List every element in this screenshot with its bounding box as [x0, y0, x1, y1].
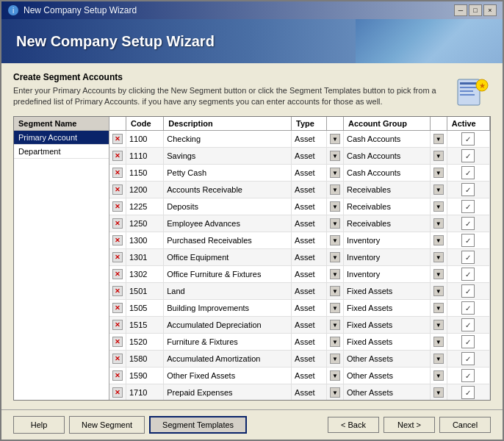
ag-dropdown[interactable]: ▼: [433, 370, 444, 381]
delete-button[interactable]: ✕: [112, 387, 123, 398]
delete-cell[interactable]: ✕: [109, 232, 126, 249]
delete-button[interactable]: ✕: [112, 286, 123, 296]
type-dropdown[interactable]: ▼: [330, 354, 340, 364]
ag-dropdown[interactable]: ▼: [433, 354, 444, 364]
active-checkbox[interactable]: [461, 234, 475, 247]
active-checkbox[interactable]: [461, 369, 475, 382]
active-cell[interactable]: [447, 266, 489, 283]
delete-cell[interactable]: ✕: [109, 317, 126, 334]
cancel-button[interactable]: Cancel: [439, 417, 491, 433]
active-cell[interactable]: [447, 249, 489, 266]
ag-dropdown[interactable]: ▼: [433, 235, 444, 245]
table-container[interactable]: Code Description Type Account Group Acti…: [109, 117, 490, 400]
type-dropdown[interactable]: ▼: [330, 286, 340, 296]
active-cell[interactable]: [447, 131, 489, 148]
type-dropdown-cell[interactable]: ▼: [326, 148, 343, 165]
delete-button[interactable]: ✕: [112, 303, 123, 313]
active-checkbox[interactable]: [461, 200, 475, 213]
type-dropdown[interactable]: ▼: [330, 235, 340, 245]
ag-dropdown[interactable]: ▼: [433, 252, 444, 262]
active-checkbox[interactable]: [461, 166, 475, 179]
delete-cell[interactable]: ✕: [109, 198, 126, 215]
back-button[interactable]: < Back: [328, 417, 379, 433]
active-cell[interactable]: [447, 368, 489, 384]
type-dropdown-cell[interactable]: ▼: [326, 384, 343, 401]
type-dropdown[interactable]: ▼: [330, 252, 340, 262]
delete-button[interactable]: ✕: [112, 218, 123, 229]
delete-cell[interactable]: ✕: [109, 283, 126, 300]
minimize-button[interactable]: ─: [454, 4, 467, 16]
ag-dropdown-cell[interactable]: ▼: [430, 317, 447, 334]
active-cell[interactable]: [447, 148, 489, 165]
delete-cell[interactable]: ✕: [109, 131, 126, 148]
active-cell[interactable]: [447, 351, 489, 368]
type-dropdown-cell[interactable]: ▼: [326, 232, 343, 249]
delete-button[interactable]: ✕: [112, 269, 123, 279]
ag-dropdown-cell[interactable]: ▼: [430, 148, 447, 165]
type-dropdown[interactable]: ▼: [330, 168, 340, 178]
active-checkbox[interactable]: [461, 335, 475, 348]
ag-dropdown[interactable]: ▼: [433, 134, 444, 144]
active-cell[interactable]: [447, 317, 489, 334]
active-cell[interactable]: [447, 198, 489, 215]
active-checkbox[interactable]: [461, 284, 475, 298]
type-dropdown-cell[interactable]: ▼: [326, 351, 343, 368]
delete-button[interactable]: ✕: [112, 235, 123, 245]
active-cell[interactable]: [447, 300, 489, 317]
type-dropdown-cell[interactable]: ▼: [326, 215, 343, 232]
delete-cell[interactable]: ✕: [109, 300, 126, 317]
active-checkbox[interactable]: [461, 318, 475, 331]
delete-button[interactable]: ✕: [112, 151, 123, 161]
delete-button[interactable]: ✕: [112, 201, 123, 212]
ag-dropdown-cell[interactable]: ▼: [430, 266, 447, 283]
type-dropdown-cell[interactable]: ▼: [326, 165, 343, 182]
delete-button[interactable]: ✕: [112, 134, 123, 144]
active-checkbox[interactable]: [461, 301, 475, 315]
active-checkbox[interactable]: [461, 352, 475, 365]
type-dropdown[interactable]: ▼: [330, 303, 340, 313]
ag-dropdown[interactable]: ▼: [433, 168, 444, 178]
type-dropdown-cell[interactable]: ▼: [326, 198, 343, 215]
ag-dropdown-cell[interactable]: ▼: [430, 351, 447, 368]
type-dropdown[interactable]: ▼: [330, 387, 340, 398]
delete-button[interactable]: ✕: [112, 168, 123, 178]
ag-dropdown[interactable]: ▼: [433, 218, 444, 229]
ag-dropdown-cell[interactable]: ▼: [430, 165, 447, 182]
type-dropdown[interactable]: ▼: [330, 320, 340, 330]
ag-dropdown-cell[interactable]: ▼: [430, 232, 447, 249]
segment-templates-button[interactable]: Segment Templates: [149, 416, 247, 434]
ag-dropdown-cell[interactable]: ▼: [430, 334, 447, 351]
active-checkbox[interactable]: [461, 268, 475, 281]
type-dropdown[interactable]: ▼: [330, 134, 340, 144]
ag-dropdown-cell[interactable]: ▼: [430, 368, 447, 384]
active-cell[interactable]: [447, 232, 489, 249]
type-dropdown-cell[interactable]: ▼: [326, 249, 343, 266]
delete-cell[interactable]: ✕: [109, 148, 126, 165]
delete-cell[interactable]: ✕: [109, 384, 126, 401]
ag-dropdown-cell[interactable]: ▼: [430, 215, 447, 232]
delete-cell[interactable]: ✕: [109, 334, 126, 351]
ag-dropdown-cell[interactable]: ▼: [430, 131, 447, 148]
active-checkbox[interactable]: [461, 149, 475, 162]
ag-dropdown[interactable]: ▼: [433, 337, 444, 347]
help-button[interactable]: Help: [13, 416, 65, 434]
ag-dropdown-cell[interactable]: ▼: [430, 198, 447, 215]
ag-dropdown[interactable]: ▼: [433, 303, 444, 313]
active-checkbox[interactable]: [461, 132, 475, 146]
type-dropdown[interactable]: ▼: [330, 370, 340, 381]
active-checkbox[interactable]: [461, 183, 475, 196]
type-dropdown-cell[interactable]: ▼: [326, 334, 343, 351]
type-dropdown[interactable]: ▼: [330, 151, 340, 161]
type-dropdown[interactable]: ▼: [330, 269, 340, 279]
delete-button[interactable]: ✕: [112, 370, 123, 381]
delete-cell[interactable]: ✕: [109, 165, 126, 182]
type-dropdown-cell[interactable]: ▼: [326, 317, 343, 334]
delete-button[interactable]: ✕: [112, 354, 123, 364]
new-segment-button[interactable]: New Segment: [69, 416, 145, 434]
type-dropdown-cell[interactable]: ▼: [326, 182, 343, 198]
ag-dropdown[interactable]: ▼: [433, 201, 444, 212]
delete-cell[interactable]: ✕: [109, 215, 126, 232]
type-dropdown[interactable]: ▼: [330, 337, 340, 347]
active-checkbox[interactable]: [461, 386, 475, 399]
ag-dropdown[interactable]: ▼: [433, 269, 444, 279]
